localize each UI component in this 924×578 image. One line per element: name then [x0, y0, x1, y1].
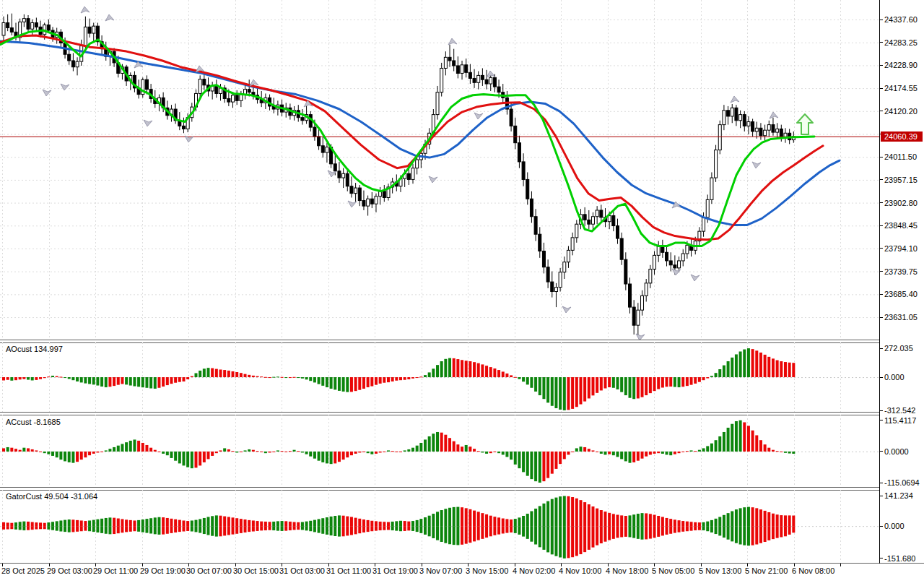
histogram-bar: [686, 522, 689, 526]
candle-up: [571, 238, 574, 250]
histogram-bar: [2, 377, 5, 380]
histogram-bar: [411, 448, 414, 452]
histogram-bar: [370, 526, 373, 531]
histogram-bar: [2, 526, 5, 530]
histogram-bar: [542, 377, 545, 399]
histogram-bar: [51, 526, 54, 530]
histogram-bar: [678, 377, 681, 387]
histogram-bar: [645, 377, 648, 395]
current-price-badge: 24060.39: [881, 131, 923, 142]
histogram-bar: [248, 375, 250, 377]
histogram-bar: [252, 520, 255, 526]
histogram-bar: [739, 351, 742, 377]
histogram-bar: [681, 521, 684, 526]
histogram-bar: [68, 377, 71, 379]
histogram-bar: [354, 518, 357, 527]
histogram-bar: [468, 361, 471, 377]
histogram-bar: [71, 526, 74, 532]
histogram-bar: [338, 526, 341, 536]
histogram-bar: [551, 452, 554, 474]
histogram-bar: [436, 432, 439, 452]
histogram-bar: [391, 451, 394, 452]
histogram-bar: [534, 509, 537, 526]
histogram-bar: [121, 444, 123, 451]
histogram-bar: [100, 452, 103, 452]
histogram-bar: [404, 450, 406, 451]
price-tick-label: 24174.55: [884, 84, 918, 92]
candle-up: [559, 272, 562, 288]
histogram-bar: [68, 519, 71, 526]
fractal-arrows: [43, 7, 778, 340]
candle-up: [575, 224, 578, 238]
histogram-bar: [313, 526, 316, 532]
histogram-bar: [203, 368, 206, 377]
ac-histogram: [2, 420, 795, 483]
histogram-bar: [39, 522, 42, 526]
histogram-bar: [784, 526, 787, 536]
histogram-bar: [616, 377, 619, 389]
histogram-bar: [657, 377, 660, 389]
histogram-bar: [686, 451, 689, 452]
histogram-bar: [694, 451, 697, 452]
histogram-bar: [583, 377, 586, 402]
histogram-bar: [546, 501, 549, 527]
histogram-bar: [145, 519, 148, 526]
histogram-bar: [666, 377, 668, 387]
histogram-bar: [47, 452, 50, 454]
histogram-bar: [416, 377, 419, 378]
histogram-bar: [477, 363, 480, 377]
histogram-bar: [182, 520, 185, 526]
ao-indicator-label: AOcust 134.997: [6, 345, 63, 353]
candle-up: [342, 173, 345, 178]
ac-indicator-pane[interactable]: [0, 415, 879, 487]
histogram-bar: [227, 517, 230, 526]
histogram-bar: [68, 526, 71, 532]
histogram-bar: [444, 526, 447, 543]
histogram-bar: [186, 521, 189, 526]
histogram-bar: [375, 526, 378, 530]
histogram-bar: [669, 526, 672, 534]
candle-up: [199, 79, 201, 94]
candle-down: [383, 191, 385, 198]
histogram-bar: [698, 450, 701, 452]
histogram-bar: [387, 450, 390, 451]
histogram-bar: [600, 510, 603, 526]
histogram-bar: [326, 377, 328, 387]
histogram-bar: [612, 452, 615, 455]
histogram-bar: [350, 526, 353, 535]
histogram-bar: [342, 516, 345, 526]
histogram-bar: [64, 377, 66, 378]
histogram-bar: [465, 361, 468, 377]
histogram-bar: [182, 526, 185, 531]
histogram-bar: [399, 377, 402, 380]
main-price-pane[interactable]: [0, 0, 879, 340]
histogram-bar: [620, 526, 623, 537]
histogram-bar: [56, 526, 58, 530]
histogram-bar: [637, 377, 640, 398]
candle-down: [551, 282, 554, 291]
histogram-bar: [256, 451, 259, 452]
indicator-axis-tick: [879, 496, 883, 496]
histogram-bar: [453, 358, 456, 377]
histogram-bar: [51, 376, 54, 377]
histogram-bar: [174, 452, 177, 461]
histogram-bar: [465, 526, 468, 543]
histogram-bar: [493, 526, 496, 535]
histogram-bar: [387, 526, 390, 530]
histogram-bar: [505, 519, 508, 526]
histogram-bar: [293, 377, 296, 378]
histogram-bar: [526, 526, 529, 539]
histogram-bar: [240, 452, 243, 452]
candle-up: [22, 19, 25, 22]
histogram-bar: [792, 516, 795, 527]
gator-indicator-pane[interactable]: [0, 490, 879, 562]
histogram-bar: [776, 526, 779, 538]
ao-indicator-pane[interactable]: [0, 342, 879, 412]
histogram-bar: [674, 519, 676, 526]
histogram-bar: [248, 449, 250, 452]
histogram-bar: [440, 510, 443, 526]
candle-down: [350, 186, 353, 194]
price-axis-tick: [879, 271, 883, 272]
histogram-bar: [723, 526, 725, 538]
histogram-bar: [669, 377, 672, 387]
